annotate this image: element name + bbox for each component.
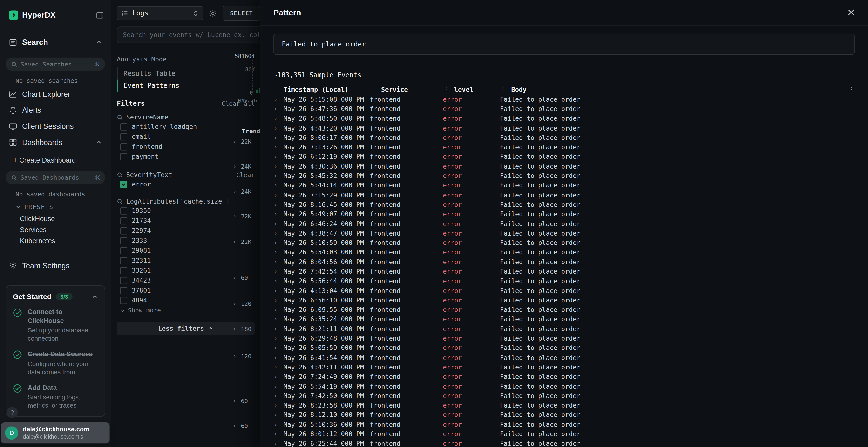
event-row[interactable]: ›May 26 4:43:20.000 PMfrontenderrorFaile… [260,123,868,133]
expand-row-icon[interactable]: › [273,143,283,151]
expand-row-icon[interactable]: › [273,315,283,323]
expand-row-icon[interactable]: › [273,382,283,390]
checkbox[interactable] [120,267,127,274]
event-row[interactable]: ›May 26 7:13:26.000 PMfrontenderrorFaile… [260,142,868,152]
event-row[interactable]: ›May 26 8:21:11.000 PMfrontenderrorFaile… [260,324,868,334]
event-row[interactable]: ›May 26 5:48:50.000 PMfrontenderrorFaile… [260,114,868,123]
pattern-trend-row[interactable]: ›180 [232,325,251,333]
event-row[interactable]: ›May 26 4:13:04.000 PMfrontenderrorFaile… [260,286,868,296]
checkbox[interactable] [120,297,127,304]
preset-services[interactable]: Services [20,225,111,236]
expand-row-icon[interactable]: › [273,239,283,247]
preset-kubernetes[interactable]: Kubernetes [20,236,111,247]
pattern-trend-row[interactable]: ›22K [232,212,251,220]
checkbox[interactable] [120,153,127,160]
expand-row-icon[interactable]: › [273,220,283,228]
event-row[interactable]: ›May 26 6:47:36.000 PMfrontenderrorFaile… [260,104,868,114]
column-separator-icon[interactable]: ⋮ [370,86,376,94]
event-row[interactable]: ›May 26 7:42:50.000 PMfrontenderrorFaile… [260,391,868,401]
get-started-item[interactable]: Connect to ClickHouse Set up your databa… [13,308,98,343]
expand-row-icon[interactable]: › [273,402,283,409]
checkbox[interactable] [120,207,127,214]
event-row[interactable]: ›May 26 6:35:24.000 PMfrontenderrorFaile… [260,314,868,324]
preset-clickhouse[interactable]: ClickHouse [20,213,111,225]
expand-row-icon[interactable]: › [273,287,283,295]
expand-row-icon[interactable]: › [273,268,283,275]
pattern-trend-row[interactable]: ›24K [232,187,251,195]
expand-row-icon[interactable]: › [273,162,283,170]
expand-row-icon[interactable]: › [273,373,283,381]
expand-row-icon[interactable]: › [273,430,283,438]
expand-row-icon[interactable]: › [273,201,283,208]
expand-pattern-icon[interactable]: › [232,138,237,145]
event-row[interactable]: ›May 26 8:23:58.000 PMfrontenderrorFaile… [260,401,868,410]
event-row[interactable]: ›May 26 5:05:59.000 PMfrontenderrorFaile… [260,343,868,353]
event-row[interactable]: ›May 26 5:54:19.000 PMfrontenderrorFaile… [260,381,868,391]
expand-row-icon[interactable]: › [273,306,283,314]
chevron-up-icon[interactable] [96,139,102,145]
create-dashboard-button[interactable]: + Create Dashboard [13,157,111,164]
event-row[interactable]: ›May 26 6:41:54.000 PMfrontenderrorFaile… [260,353,868,363]
event-row[interactable]: ›May 26 5:10:36.000 PMfrontenderrorFaile… [260,420,868,429]
event-row[interactable]: ›May 26 5:56:44.000 PMfrontenderrorFaile… [260,276,868,286]
user-account-chip[interactable]: D dale@clickhouse.com dale@clickhouse.co… [1,422,110,443]
event-row[interactable]: ›May 26 5:45:32.000 PMfrontenderrorFaile… [260,171,868,181]
event-row[interactable]: ›May 26 6:25:44.000 PMfrontenderrorFaile… [260,439,868,447]
expand-pattern-icon[interactable]: › [232,325,237,333]
chevron-up-icon[interactable] [92,294,98,300]
expand-row-icon[interactable]: › [273,182,283,189]
expand-row-icon[interactable]: › [273,153,283,161]
expand-row-icon[interactable]: › [273,115,283,122]
event-row[interactable]: ›May 26 8:04:56.000 PMfrontenderrorFaile… [260,257,868,267]
expand-row-icon[interactable]: › [273,392,283,400]
pattern-trend-row[interactable]: ›60 [232,274,248,281]
column-header[interactable]: Service [381,86,408,94]
expand-row-icon[interactable]: › [273,210,283,218]
expand-row-icon[interactable]: › [273,124,283,132]
pattern-trend-row[interactable]: ›22K [232,238,251,245]
pattern-trend-row[interactable]: ›120 [232,352,251,360]
expand-row-icon[interactable]: › [273,258,283,266]
event-row[interactable]: ›May 26 6:12:19.000 PMfrontenderrorFaile… [260,152,868,162]
expand-pattern-icon[interactable]: › [232,352,237,360]
pattern-trend-row[interactable]: ›120 [232,300,251,307]
presets-toggle[interactable]: PRESETS [16,204,111,210]
expand-row-icon[interactable]: › [273,344,283,352]
expand-row-icon[interactable]: › [273,440,283,447]
source-select[interactable]: Logs [117,6,203,21]
expand-row-icon[interactable]: › [273,191,283,199]
pattern-trend-row[interactable]: ›24K [232,163,251,170]
expand-row-icon[interactable]: › [273,134,283,141]
expand-pattern-icon[interactable]: › [232,187,237,195]
sidebar-item-client-sessions[interactable]: Client Sessions [9,119,102,133]
expand-row-icon[interactable]: › [273,354,283,362]
chevron-up-icon[interactable] [96,39,102,45]
expand-row-icon[interactable]: › [273,229,283,237]
help-button[interactable]: ? [7,407,18,418]
checkbox[interactable] [120,257,127,264]
expand-pattern-icon[interactable]: › [232,300,237,307]
event-row[interactable]: ›May 26 4:30:36.000 PMfrontenderrorFaile… [260,162,868,171]
sidebar-item-dashboards[interactable]: Dashboards [9,136,102,149]
event-row[interactable]: ›May 26 7:24:49.000 PMfrontenderrorFaile… [260,372,868,381]
column-separator-icon[interactable]: ⋮ [443,86,449,94]
event-row[interactable]: ›May 26 6:29:48.000 PMfrontenderrorFaile… [260,334,868,343]
expand-row-icon[interactable]: › [273,363,283,371]
event-row[interactable]: ›May 26 8:06:17.000 PMfrontenderrorFaile… [260,133,868,142]
collapse-sidebar-icon[interactable] [96,11,104,19]
expand-pattern-icon[interactable]: › [232,274,237,281]
pattern-trend-row[interactable]: ›60 [232,397,248,405]
column-header[interactable]: level [454,86,473,94]
sidebar-item-chart-explorer[interactable]: Chart Explorer [9,88,102,101]
event-row[interactable]: ›May 26 5:44:14.000 PMfrontenderrorFaile… [260,181,868,190]
checkbox[interactable] [120,277,127,284]
expand-pattern-icon[interactable]: › [232,397,237,405]
search-section[interactable]: Search [9,37,102,48]
column-header[interactable]: Body [511,86,527,94]
event-row[interactable]: ›May 26 6:46:24.000 PMfrontenderrorFaile… [260,219,868,229]
event-row[interactable]: ›May 26 5:15:08.000 PMfrontenderrorFaile… [260,95,868,104]
saved-searches-input[interactable]: Saved Searches ⌘K [5,58,105,71]
saved-dashboards-input[interactable]: Saved Dashboards ⌘K [5,171,105,184]
checkbox[interactable] [120,133,127,140]
expand-pattern-icon[interactable]: › [232,422,237,429]
